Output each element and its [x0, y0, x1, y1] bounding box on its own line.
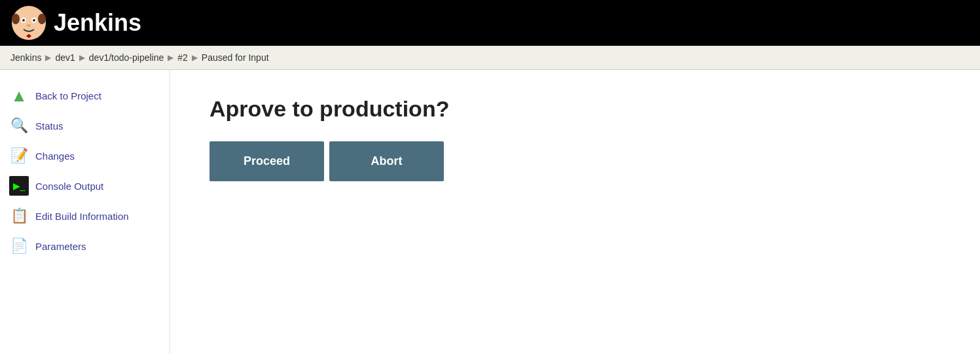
header: Jenkins — [0, 0, 980, 46]
sidebar-item-edit-build-info[interactable]: 📋 Edit Build Information — [5, 201, 164, 231]
app-title: Jenkins — [54, 9, 141, 37]
breadcrumb-paused: Paused for Input — [202, 52, 269, 63]
sidebar-item-back-to-project[interactable]: ▲ Back to Project — [5, 80, 164, 111]
edit-build-icon: 📋 — [9, 206, 29, 226]
changes-icon: 📝 — [9, 146, 29, 166]
sidebar-item-edit-build-info-label: Edit Build Information — [35, 211, 129, 222]
parameters-icon: 📄 — [9, 236, 29, 256]
svg-point-2 — [38, 14, 46, 24]
question-title: Aprove to production? — [209, 96, 941, 122]
action-buttons: Proceed Abort — [209, 141, 941, 181]
breadcrumb-pipeline[interactable]: dev1/todo-pipeline — [89, 52, 164, 63]
proceed-button[interactable]: Proceed — [209, 141, 324, 181]
sidebar-item-status[interactable]: 🔍 Status — [5, 111, 164, 141]
svg-point-1 — [12, 14, 20, 24]
svg-point-6 — [33, 19, 35, 22]
sidebar-item-console-output[interactable]: ▶_ Console Output — [5, 171, 164, 201]
console-icon: ▶_ — [9, 176, 29, 196]
main-layout: ▲ Back to Project 🔍 Status 📝 Changes ▶_ … — [0, 70, 980, 354]
sidebar-item-console-output-label: Console Output — [35, 181, 103, 192]
sidebar: ▲ Back to Project 🔍 Status 📝 Changes ▶_ … — [0, 70, 170, 354]
status-icon: 🔍 — [9, 116, 29, 135]
content-area: Aprove to production? Proceed Abort — [170, 70, 980, 354]
breadcrumb-sep-1: ▶ — [45, 53, 51, 62]
sidebar-item-changes[interactable]: 📝 Changes — [5, 141, 164, 171]
back-to-project-icon: ▲ — [9, 86, 29, 105]
abort-button[interactable]: Abort — [329, 141, 444, 181]
svg-point-5 — [22, 19, 25, 22]
breadcrumb-build[interactable]: #2 — [177, 52, 188, 63]
breadcrumb-sep-4: ▶ — [192, 53, 198, 62]
breadcrumb-jenkins[interactable]: Jenkins — [10, 52, 41, 63]
sidebar-item-parameters-label: Parameters — [35, 241, 86, 252]
sidebar-item-parameters[interactable]: 📄 Parameters — [5, 231, 164, 261]
svg-point-9 — [27, 35, 30, 37]
sidebar-item-changes-label: Changes — [35, 150, 75, 162]
breadcrumb-dev1[interactable]: dev1 — [55, 52, 75, 63]
svg-point-7 — [27, 24, 31, 27]
sidebar-item-status-label: Status — [35, 120, 64, 132]
breadcrumb: Jenkins ▶ dev1 ▶ dev1/todo-pipeline ▶ #2… — [0, 46, 980, 70]
breadcrumb-sep-2: ▶ — [79, 53, 85, 62]
butler-icon — [10, 5, 47, 41]
breadcrumb-sep-3: ▶ — [168, 53, 173, 62]
sidebar-item-back-to-project-label: Back to Project — [35, 90, 101, 101]
jenkins-logo: Jenkins — [10, 5, 141, 41]
